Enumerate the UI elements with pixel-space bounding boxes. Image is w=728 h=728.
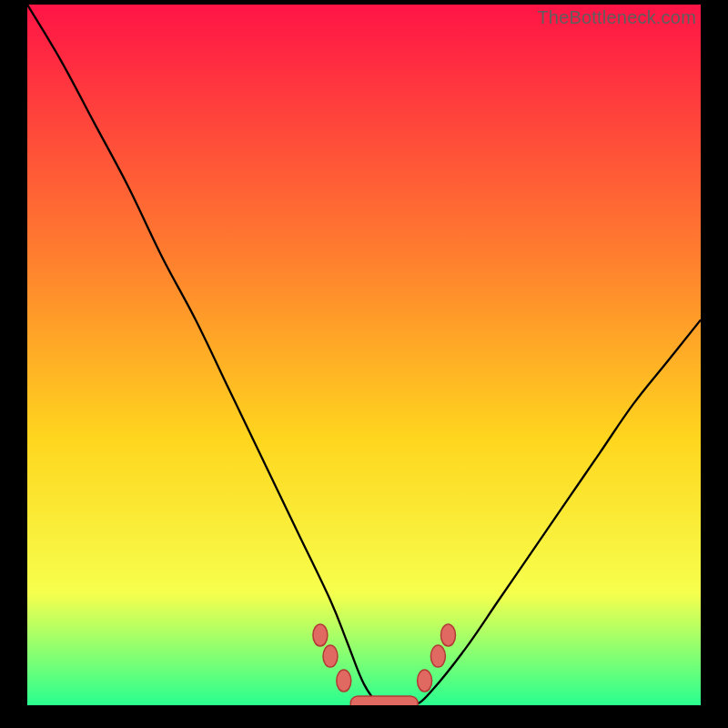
chart-plot-area: TheBottleneck.com bbox=[27, 5, 701, 705]
marker-dot bbox=[441, 624, 456, 646]
marker-dot bbox=[313, 624, 328, 646]
marker-bar bbox=[350, 696, 418, 705]
chart-frame: TheBottleneck.com bbox=[0, 0, 728, 728]
marker-dot bbox=[418, 670, 432, 692]
chart-background bbox=[27, 5, 701, 705]
marker-dot bbox=[323, 645, 338, 667]
chart-svg bbox=[27, 5, 701, 705]
marker-dot bbox=[430, 645, 445, 667]
attribution-label: TheBottleneck.com bbox=[537, 7, 696, 28]
marker-dot bbox=[337, 670, 351, 692]
